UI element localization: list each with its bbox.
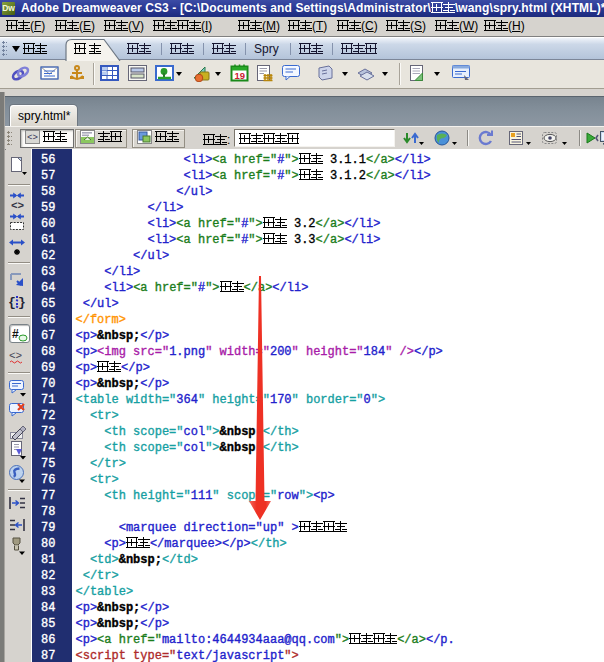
svg-text:<>: <> bbox=[27, 133, 38, 143]
svg-text:{: { bbox=[8, 295, 16, 310]
svg-text:19: 19 bbox=[235, 70, 246, 81]
svg-text:<>: <> bbox=[11, 200, 25, 210]
svg-text:}: } bbox=[18, 295, 26, 310]
svg-text:<>: <> bbox=[9, 350, 22, 362]
svg-text:#: # bbox=[12, 327, 19, 341]
